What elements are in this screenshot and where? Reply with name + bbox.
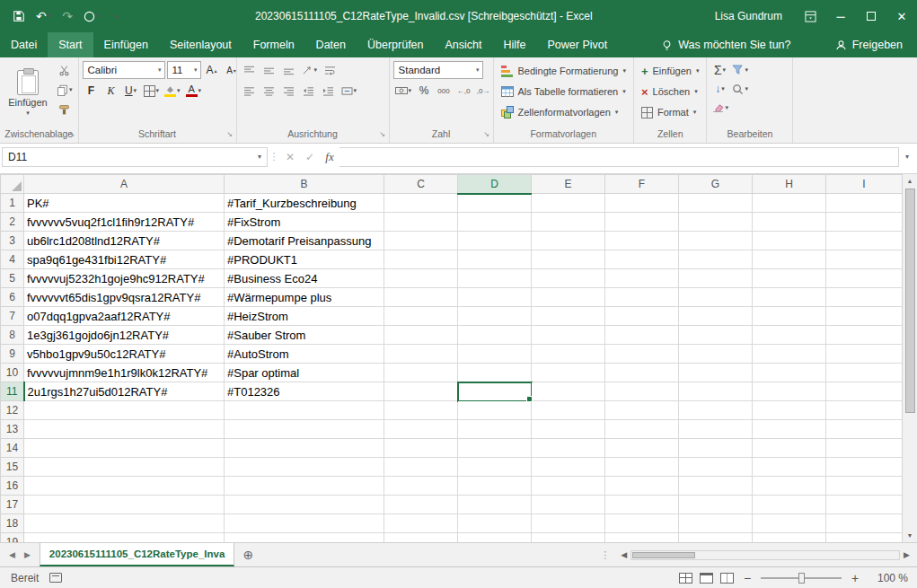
column-header-A[interactable]: A: [24, 175, 225, 194]
undo-button[interactable]: ↶▾: [31, 4, 55, 28]
cell-A17[interactable]: [24, 496, 225, 514]
cell-A10[interactable]: fvvvvvujmnm9e1h1r9lk0k12RATY#: [24, 364, 225, 382]
cell-G11[interactable]: [679, 382, 753, 401]
cell-F3[interactable]: [605, 232, 679, 250]
row-header-16[interactable]: 16: [1, 477, 24, 496]
cell-I10[interactable]: [826, 364, 903, 382]
cell-H18[interactable]: [753, 514, 826, 533]
delete-cells-button[interactable]: × Löschen ▾: [638, 82, 701, 101]
column-header-F[interactable]: F: [605, 175, 679, 194]
horizontal-scrollbar[interactable]: ◀ ▶: [613, 543, 917, 566]
cell-I7[interactable]: [826, 307, 903, 326]
cell-D9[interactable]: [458, 345, 532, 364]
cell-H12[interactable]: [753, 401, 826, 420]
conditional-formatting-button[interactable]: Bedingte Formatierung ▾: [498, 61, 630, 81]
cell-D14[interactable]: [458, 439, 532, 458]
expand-formula-bar-button[interactable]: ▾: [899, 153, 915, 161]
row-header-8[interactable]: 8: [1, 326, 24, 345]
scroll-up-icon[interactable]: ▲: [903, 174, 917, 188]
close-button[interactable]: ✕: [886, 0, 917, 32]
orientation-button[interactable]: ▾: [300, 61, 320, 79]
zoom-slider[interactable]: [761, 577, 842, 579]
cell-C11[interactable]: [384, 382, 458, 401]
vertical-scrollbar[interactable]: ▲ ▼: [902, 174, 917, 542]
copy-button[interactable]: ▾: [55, 81, 75, 99]
cell-D10[interactable]: [458, 364, 532, 382]
cell-F5[interactable]: [605, 269, 679, 288]
increase-decimal-button[interactable]: ←,0: [454, 82, 472, 100]
redo-button[interactable]: ↷: [56, 4, 79, 28]
cell-B15[interactable]: [225, 458, 384, 477]
cut-button[interactable]: [55, 61, 75, 79]
zoom-level[interactable]: 100 %: [869, 572, 908, 584]
scroll-left-icon[interactable]: ◀: [621, 550, 627, 559]
cell-G1[interactable]: [679, 194, 753, 213]
row-header-15[interactable]: 15: [1, 458, 24, 477]
cell-C15[interactable]: [384, 458, 458, 477]
tab-formeln[interactable]: Formeln: [242, 32, 305, 57]
fill-color-button[interactable]: ▾: [163, 82, 182, 100]
cell-D8[interactable]: [458, 326, 532, 345]
column-header-G[interactable]: G: [679, 175, 753, 194]
cell-C16[interactable]: [384, 477, 458, 496]
cell-G7[interactable]: [679, 307, 753, 326]
insert-cells-button[interactable]: + Einfügen ▾: [638, 61, 703, 81]
save-button[interactable]: [7, 4, 31, 28]
cell-I8[interactable]: [826, 326, 903, 345]
align-bottom-button[interactable]: [280, 61, 298, 79]
cell-I17[interactable]: [826, 496, 903, 514]
cell-D13[interactable]: [458, 420, 532, 439]
cell-H8[interactable]: [753, 326, 826, 345]
dialog-launcher-icon[interactable]: ↘: [482, 131, 491, 140]
decrease-indent-button[interactable]: [300, 82, 318, 100]
cell-B10[interactable]: #Spar optimal: [225, 364, 384, 382]
cell-F12[interactable]: [605, 401, 679, 420]
cell-I3[interactable]: [826, 232, 903, 250]
cell-A15[interactable]: [24, 458, 225, 477]
cell-B14[interactable]: [225, 439, 384, 458]
row-header-11[interactable]: 11: [1, 382, 24, 401]
cell-G16[interactable]: [679, 477, 753, 496]
cell-H3[interactable]: [753, 232, 826, 250]
cell-F19[interactable]: [605, 533, 679, 543]
cell-B8[interactable]: #Sauber Strom: [225, 326, 384, 345]
row-header-7[interactable]: 7: [1, 307, 24, 326]
cell-A6[interactable]: fvvvvvvt65dis1gpv9qsra12RATY#: [24, 288, 225, 307]
cell-D11[interactable]: [458, 382, 532, 401]
cell-A8[interactable]: 1e3gj361gojdo6jn12RATY#: [24, 326, 225, 345]
cell-I14[interactable]: [826, 439, 903, 458]
cell-C7[interactable]: [384, 307, 458, 326]
select-all-corner[interactable]: [1, 175, 24, 194]
cell-C19[interactable]: [384, 533, 458, 543]
cell-G8[interactable]: [679, 326, 753, 345]
cell-G13[interactable]: [679, 420, 753, 439]
row-header-6[interactable]: 6: [1, 288, 24, 307]
name-box[interactable]: D11 ▾: [2, 147, 268, 167]
cell-G6[interactable]: [679, 288, 753, 307]
format-painter-button[interactable]: [55, 101, 75, 118]
cell-A18[interactable]: [24, 514, 225, 533]
cell-B11[interactable]: #T012326: [225, 382, 384, 401]
cell-I2[interactable]: [826, 213, 903, 232]
cell-E14[interactable]: [532, 439, 605, 458]
cell-G17[interactable]: [679, 496, 753, 514]
cell-E19[interactable]: [532, 533, 605, 543]
cell-H7[interactable]: [753, 307, 826, 326]
cell-F17[interactable]: [605, 496, 679, 514]
cell-C2[interactable]: [384, 213, 458, 232]
cell-G18[interactable]: [679, 514, 753, 533]
cell-H2[interactable]: [753, 213, 826, 232]
cell-C12[interactable]: [384, 401, 458, 420]
cell-H10[interactable]: [753, 364, 826, 382]
cell-E7[interactable]: [532, 307, 605, 326]
macro-record-icon[interactable]: [49, 573, 62, 583]
cell-D3[interactable]: [458, 232, 532, 250]
cell-H9[interactable]: [753, 345, 826, 364]
cell-B16[interactable]: [225, 477, 384, 496]
accounting-format-button[interactable]: ▾: [393, 82, 414, 100]
cell-I15[interactable]: [826, 458, 903, 477]
cell-I9[interactable]: [826, 345, 903, 364]
cell-G12[interactable]: [679, 401, 753, 420]
cell-E15[interactable]: [532, 458, 605, 477]
share-button[interactable]: Freigeben: [821, 32, 917, 57]
